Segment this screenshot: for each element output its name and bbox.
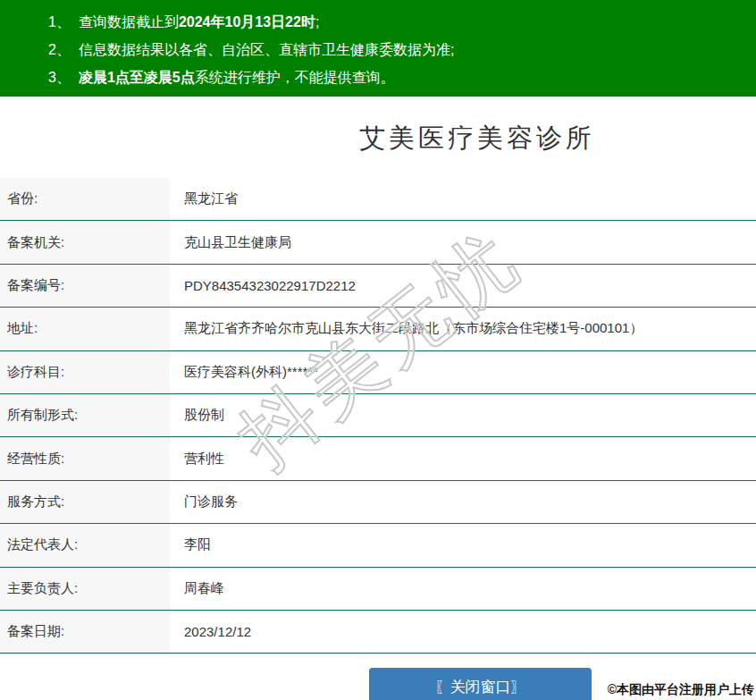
close-window-button[interactable]: 〖关闭窗口〗: [369, 668, 592, 700]
notice-number: 2、: [48, 42, 71, 57]
field-label: 省份:: [0, 178, 170, 220]
notice-text: 查询数据截止到: [79, 14, 179, 30]
field-label: 备案日期:: [0, 611, 170, 653]
copyright-note: ©本图由平台注册用户上传: [608, 682, 754, 698]
field-label: 备案机关:: [0, 221, 170, 263]
table-row: 备案机关:克山县卫生健康局: [0, 221, 756, 264]
field-label: 主要负责人:: [0, 568, 170, 610]
notice-line: 3、凌晨1点至凌晨5点系统进行维护，不能提供查询。: [0, 63, 756, 91]
field-label: 地址:: [0, 308, 170, 350]
table-row: 主要负责人:周春峰: [0, 568, 756, 611]
table-row: 备案编号:PDY84354323022917D2212: [0, 265, 756, 308]
table-row: 地址:黑龙江省齐齐哈尔市克山县东大街二段路北（东市场综合住宅楼1号-000101…: [0, 308, 756, 350]
record-table: 省份:黑龙江省备案机关:克山县卫生健康局备案编号:PDY843543230229…: [0, 178, 756, 654]
table-row: 所有制形式:股份制: [0, 394, 756, 437]
notice-line: 2、信息数据结果以各省、自治区、直辖市卫生健康委数据为准;: [0, 36, 756, 63]
notice-text: 2024年10月13日22时: [179, 14, 315, 30]
field-value: 营利性: [170, 437, 756, 479]
field-label: 服务方式:: [0, 481, 170, 523]
table-row: 法定代表人:李阳: [0, 524, 756, 567]
notice-text: ;: [315, 14, 319, 30]
notice-banner: 1、查询数据截止到2024年10月13日22时;2、信息数据结果以各省、自治区、…: [0, 0, 756, 97]
field-value: 克山县卫生健康局: [170, 221, 756, 263]
field-value: PDY84354323022917D2212: [170, 265, 756, 307]
field-value: 股份制: [170, 394, 756, 436]
field-label: 法定代表人:: [0, 524, 170, 566]
notice-number: 1、: [48, 14, 71, 30]
field-value: 医疗美容科(外科)******: [170, 351, 756, 393]
field-value: 黑龙江省齐齐哈尔市克山县东大街二段路北（东市场综合住宅楼1号-000101）: [170, 308, 756, 350]
table-row: 服务方式:门诊服务: [0, 481, 756, 524]
field-label: 所有制形式:: [0, 394, 170, 436]
page-title: 艾美医疗美容诊所: [198, 97, 756, 156]
table-row: 省份:黑龙江省: [0, 178, 756, 221]
field-value: 周春峰: [170, 568, 756, 610]
table-row: 经营性质:营利性: [0, 437, 756, 480]
field-value: 门诊服务: [170, 481, 756, 523]
table-row: 诊疗科目:医疗美容科(外科)******: [0, 351, 756, 394]
notice-number: 3、: [48, 70, 71, 85]
field-value: 2023/12/12: [170, 611, 756, 653]
field-value: 黑龙江省: [170, 178, 756, 220]
notice-text: 系统进行维护，不能提供查询。: [195, 70, 395, 85]
field-label: 诊疗科目:: [0, 351, 170, 393]
field-value: 李阳: [170, 524, 756, 566]
table-row: 备案日期:2023/12/12: [0, 611, 756, 654]
field-label: 经营性质:: [0, 437, 170, 479]
notice-line: 1、查询数据截止到2024年10月13日22时;: [0, 8, 756, 36]
title-section: 艾美医疗美容诊所: [198, 97, 756, 178]
notice-text: 凌晨1点至凌晨5点: [79, 70, 195, 85]
notice-text: 信息数据结果以各省、自治区、直辖市卫生健康委数据为准;: [79, 42, 454, 57]
field-label: 备案编号:: [0, 265, 170, 307]
